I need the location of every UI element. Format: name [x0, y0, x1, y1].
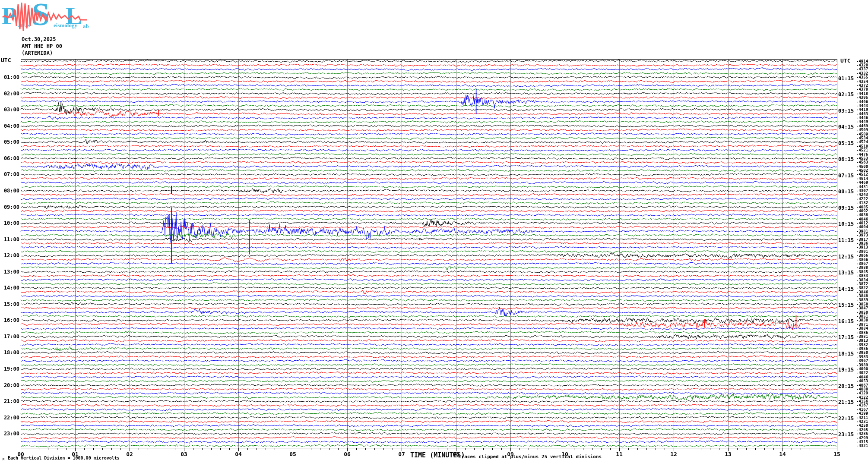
right-time-label: 23:15 — [838, 432, 854, 437]
station-header: Oct.30,2025 AMT HHE HP 00 (ARTEMIDA) — [22, 36, 62, 57]
trace-offset-value: -4419 — [856, 108, 868, 112]
x-tick-label: 04 — [230, 451, 247, 457]
right-time-label: 03:15 — [838, 108, 854, 113]
trace-offset-value: -3853 — [856, 274, 868, 278]
trace-offset-value: -3913 — [856, 339, 868, 343]
trace-offset-value: -4199 — [856, 412, 868, 416]
trace-offset-value: -4285 — [856, 432, 868, 436]
right-time-label: 05:15 — [838, 141, 854, 146]
left-time-label: 01:00 — [0, 75, 19, 80]
x-tick-label: 14 — [774, 451, 791, 457]
trace-offset-value: -4563 — [856, 161, 868, 164]
trace-offset-value: -3888 — [856, 266, 868, 270]
trace-offset-value: -4022 — [856, 371, 868, 375]
utc-label-left: UTC — [1, 57, 11, 63]
left-time-label: 12:00 — [0, 253, 19, 258]
trace-offset-value: -4038 — [856, 213, 868, 217]
x-tick-label: 06 — [339, 451, 356, 457]
trace-offset-value: -3822 — [856, 286, 868, 290]
footer-mark: M — [3, 458, 4, 461]
left-time-label: 16:00 — [0, 318, 19, 323]
helicorder-canvas — [0, 0, 868, 466]
left-time-label: 03:00 — [0, 107, 19, 112]
vertical-scale-note: Each Vertical Division = 1000.00 microvo… — [8, 456, 120, 460]
trace-offset-value: -4395 — [856, 96, 868, 100]
right-time-label: 02:15 — [838, 92, 854, 97]
left-time-label: 04:00 — [0, 123, 19, 129]
left-time-label: 07:00 — [0, 172, 19, 177]
right-time-label: 09:15 — [838, 205, 854, 211]
left-time-label: 21:00 — [0, 399, 19, 404]
right-time-label: 06:15 — [838, 157, 854, 162]
trace-offset-value: -4132 — [856, 201, 868, 205]
trace-offset-value: -4521 — [856, 148, 868, 152]
right-time-label: 08:15 — [838, 189, 854, 194]
x-tick-label: 07 — [393, 451, 410, 457]
trace-offset-value: -3967 — [856, 359, 868, 363]
right-time-label: 01:15 — [838, 76, 854, 81]
trace-offset-value: -3847 — [856, 306, 868, 310]
right-time-label: 04:15 — [838, 124, 854, 129]
left-time-label: 09:00 — [0, 205, 19, 210]
right-time-label: 22:15 — [838, 416, 854, 421]
trace-offset-value: -4509 — [856, 128, 868, 132]
left-time-label: 15:00 — [0, 302, 19, 307]
x-tick-label: 03 — [175, 451, 193, 457]
trace-offset-value: -4355 — [856, 76, 868, 79]
right-time-label: 10:15 — [838, 221, 854, 227]
left-time-label: 02:00 — [0, 91, 19, 96]
trace-offset-value: -4321 — [856, 444, 868, 448]
x-tick-label: 05 — [284, 451, 301, 457]
x-axis-title: TIME (MINUTES) — [410, 452, 465, 459]
left-time-label: 17:00 — [0, 334, 19, 339]
trace-offset-value: -3973 — [856, 233, 868, 237]
helicorder-page: P atras S eismology L ab Oct.30,2025 AMT… — [0, 0, 868, 466]
trace-offset-value: -3866 — [856, 254, 868, 258]
header-station-name: (ARTEMIDA) — [22, 50, 62, 57]
right-time-label: 17:15 — [838, 335, 854, 340]
left-time-label: 19:00 — [0, 366, 19, 372]
left-time-label: 08:00 — [0, 188, 19, 193]
logo-seismogram-squiggle — [2, 1, 92, 34]
right-time-label: 18:15 — [838, 351, 854, 356]
clip-note: Traces clipped at plus/minus 25 vertical… — [459, 454, 602, 459]
right-time-label: 14:15 — [838, 287, 854, 292]
right-time-label: 15:15 — [838, 302, 854, 308]
right-time-label: 20:15 — [838, 384, 854, 389]
right-time-label: 07:15 — [838, 173, 854, 178]
left-time-label: 18:00 — [0, 350, 19, 355]
trace-offset-value: -3838 — [856, 318, 868, 322]
right-time-label: 13:15 — [838, 270, 854, 275]
left-time-label: 20:00 — [0, 383, 19, 388]
right-time-label: 19:15 — [838, 367, 854, 372]
left-time-label: 22:00 — [0, 415, 19, 420]
left-time-label: 05:00 — [0, 139, 19, 145]
left-time-label: 13:00 — [0, 269, 19, 274]
utc-label-right: UTC — [840, 58, 850, 63]
trace-offset-value: -4469 — [856, 181, 868, 185]
x-tick-label: 12 — [665, 451, 682, 457]
trace-offset-value: -4129 — [856, 391, 868, 395]
left-time-label: 14:00 — [0, 285, 19, 290]
x-tick-label: 02 — [121, 451, 138, 457]
right-time-label: 16:15 — [838, 319, 854, 324]
x-tick-label: 15 — [828, 451, 846, 457]
right-time-label: 11:15 — [838, 238, 854, 243]
left-time-label: 23:00 — [0, 431, 19, 436]
left-time-label: 10:00 — [0, 220, 19, 226]
psl-logo: P atras S eismology L ab — [2, 1, 92, 34]
left-time-label: 06:00 — [0, 156, 19, 161]
right-time-label: 21:15 — [838, 400, 854, 405]
x-tick-label: 11 — [611, 451, 628, 457]
trace-offset-value: -3884 — [856, 327, 868, 331]
x-tick-label: 13 — [719, 451, 737, 457]
trace-offset-value: -4053 — [856, 379, 868, 383]
right-time-label: 12:15 — [838, 254, 854, 259]
header-station-code: AMT HHE HP 00 — [22, 43, 62, 50]
left-time-label: 11:00 — [0, 237, 19, 242]
header-date: Oct.30,2025 — [22, 36, 62, 43]
